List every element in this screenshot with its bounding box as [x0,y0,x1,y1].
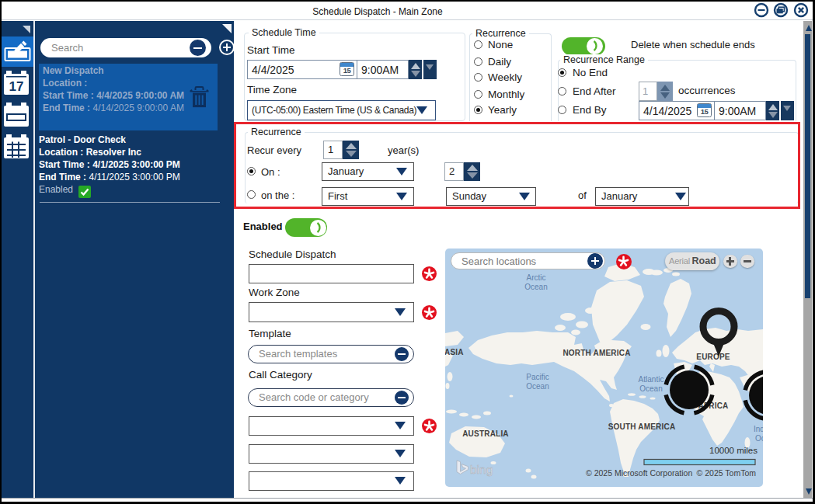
svg-text:Ocean: Ocean [526,382,549,391]
svg-text:10000 miles: 10000 miles [709,446,758,455]
svg-text:Ocean: Ocean [639,384,662,393]
svg-text:ASIA: ASIA [445,348,464,356]
svg-text:Indian: Indian [754,425,763,433]
svg-text:17: 17 [9,79,24,94]
svg-text:Ocean: Ocean [755,434,763,443]
svg-text:© 2025 Microsoft Corporation: © 2025 Microsoft Corporation [586,468,692,478]
svg-text:Arctic: Arctic [527,273,546,282]
svg-text:bing: bing [470,463,493,476]
svg-text:SOUTH AMERICA: SOUTH AMERICA [608,422,676,431]
svg-text:NORTH AMERICA: NORTH AMERICA [562,349,630,357]
svg-text:© 2025 TomTom: © 2025 TomTom [697,468,757,478]
svg-text:Pacific: Pacific [526,373,549,381]
svg-text:Ocean: Ocean [524,283,547,291]
svg-text:Atlantic: Atlantic [639,375,664,384]
svg-text:AUSTRALIA: AUSTRALIA [462,429,509,438]
svg-text:EUROPE: EUROPE [696,353,730,361]
